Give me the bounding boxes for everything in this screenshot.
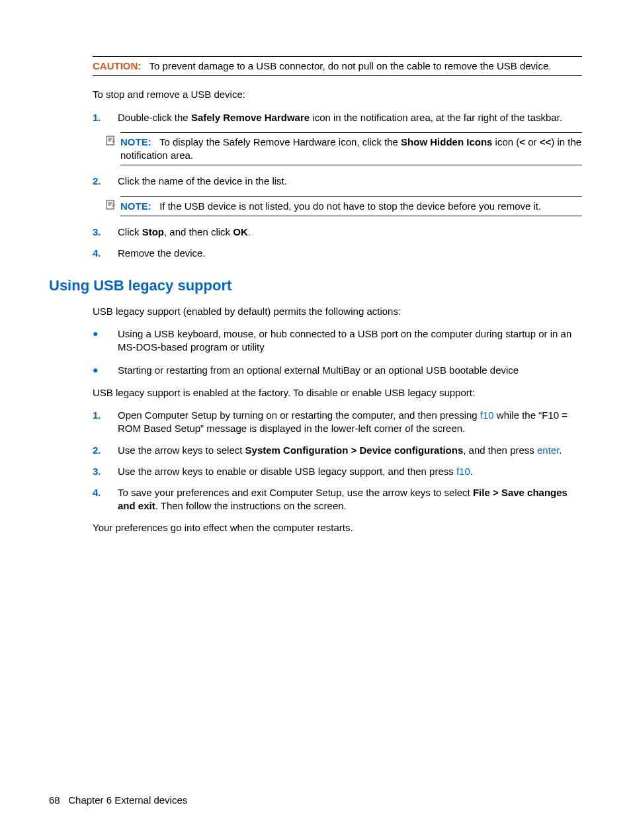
step-4: 4. Remove the device. [93, 247, 582, 260]
step-4: 4. To save your preferences and exit Com… [93, 486, 582, 513]
note-1: NOTE: To display the Safely Remove Hardw… [106, 132, 582, 166]
list-item: ● Using a USB keyboard, mouse, or hub co… [93, 327, 582, 355]
key-f10: f10 [480, 409, 494, 421]
page-number: 68 [49, 794, 60, 806]
note-label: NOTE: [120, 136, 151, 147]
step-number: 2. [93, 444, 118, 457]
bullet-icon: ● [93, 364, 118, 376]
bullet-text: Starting or restarting from an optional … [118, 364, 582, 377]
step-body: Open Computer Setup by turning on or res… [118, 409, 582, 436]
caution-block: CAUTION: To prevent damage to a USB conn… [93, 56, 582, 76]
step-3: 3. Use the arrow keys to enable or disab… [93, 465, 582, 478]
note-text: NOTE: To display the Safely Remove Hardw… [120, 132, 582, 166]
step-body: To save your preferences and exit Comput… [118, 486, 582, 513]
step-number: 1. [93, 111, 118, 124]
section-para: USB legacy support is enabled at the fac… [93, 386, 582, 399]
caution-text: To prevent damage to a USB connector, do… [149, 60, 552, 71]
step-number: 3. [93, 465, 118, 478]
step-body: Double-click the Safely Remove Hardware … [118, 111, 582, 124]
section-intro: USB legacy support (enabled by default) … [93, 305, 582, 318]
section-heading: Using USB legacy support [49, 276, 582, 296]
chapter-label: Chapter 6 External devices [68, 794, 187, 806]
bullet-text: Using a USB keyboard, mouse, or hub conn… [118, 327, 582, 355]
step-body: Click the name of the device in the list… [118, 175, 582, 188]
bullet-list: ● Using a USB keyboard, mouse, or hub co… [93, 327, 582, 377]
step-2: 2. Click the name of the device in the l… [93, 175, 582, 188]
note-icon [106, 200, 120, 210]
key-f10: f10 [456, 466, 470, 477]
steps-list-1: 1. Double-click the Safely Remove Hardwa… [93, 111, 582, 124]
step-number: 4. [93, 247, 118, 260]
steps-list-3: 3. Click Stop, and then click OK. 4. Rem… [93, 226, 582, 261]
step-number: 4. [93, 486, 118, 499]
key-enter: enter [537, 444, 559, 456]
step-1: 1. Double-click the Safely Remove Hardwa… [93, 111, 582, 124]
step-number: 2. [93, 175, 118, 188]
bullet-icon: ● [93, 327, 118, 340]
note-label: NOTE: [120, 200, 151, 212]
step-1: 1. Open Computer Setup by turning on or … [93, 409, 582, 436]
step-body: Use the arrow keys to enable or disable … [118, 465, 582, 478]
caution-label: CAUTION: [93, 60, 141, 71]
intro-text: To stop and remove a USB device: [93, 88, 582, 101]
list-item: ● Starting or restarting from an optiona… [93, 364, 582, 377]
ordered-steps-2: 1. Open Computer Setup by turning on or … [93, 409, 582, 513]
step-number: 3. [93, 226, 118, 239]
steps-list-2: 2. Click the name of the device in the l… [93, 175, 582, 188]
step-3: 3. Click Stop, and then click OK. [93, 226, 582, 239]
note-2: NOTE: If the USB device is not listed, y… [106, 196, 582, 216]
step-body: Click Stop, and then click OK. [118, 226, 582, 239]
step-body: Use the arrow keys to select System Conf… [118, 444, 582, 457]
note-icon [106, 136, 120, 146]
step-body: Remove the device. [118, 247, 582, 260]
closing-text: Your preferences go into effect when the… [93, 521, 582, 534]
step-number: 1. [93, 409, 118, 422]
page-footer: 68 Chapter 6 External devices [49, 794, 187, 807]
note-text: NOTE: If the USB device is not listed, y… [120, 196, 582, 216]
step-2: 2. Use the arrow keys to select System C… [93, 444, 582, 457]
